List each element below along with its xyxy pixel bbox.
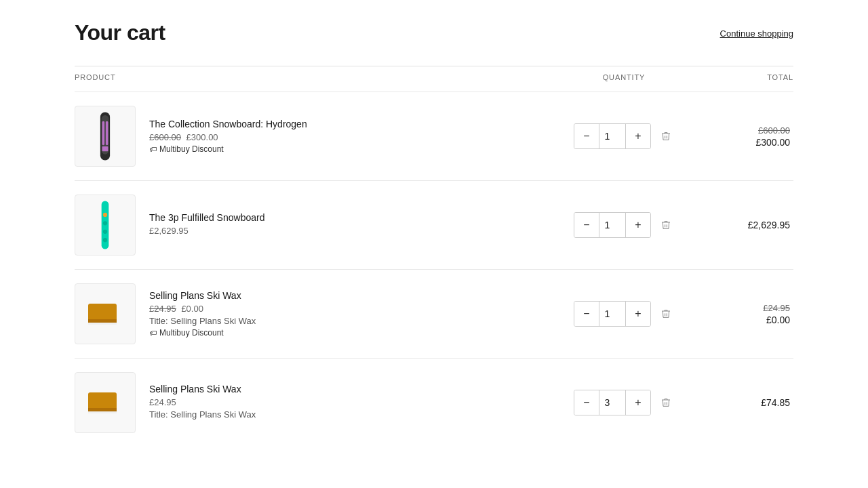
trash-icon-0 [660, 131, 671, 142]
price-total-1: £2,629.95 [748, 220, 790, 230]
product-details-0: The Collection Snowboard: Hydrogen £600.… [149, 119, 307, 154]
product-info-0: The Collection Snowboard: Hydrogen £600.… [75, 106, 556, 167]
svg-point-9 [103, 238, 107, 242]
quantity-input-3[interactable] [599, 390, 626, 415]
price-cell-2: £24.95 £0.00 [692, 303, 793, 325]
svg-rect-3 [106, 121, 108, 146]
delete-item-3[interactable] [658, 394, 674, 411]
page-title: Your cart [75, 20, 165, 45]
price-cell-1: £2,629.95 [692, 220, 793, 230]
quantity-input-1[interactable] [599, 213, 626, 237]
product-variant-3: Title: Selling Plans Ski Wax [149, 409, 256, 420]
quantity-cell-1: − + [556, 212, 692, 238]
price-total-2: £0.00 [766, 314, 790, 325]
product-name-2: Selling Plans Ski Wax [149, 290, 256, 301]
quantity-control-3: − + [574, 390, 651, 415]
col-header-product: PRODUCT [75, 73, 556, 81]
svg-rect-15 [88, 411, 117, 413]
quantity-control-2: − + [574, 301, 651, 327]
product-price-2: £24.95 £0.00 [149, 304, 256, 314]
quantity-control-1: − + [574, 212, 651, 238]
tag-icon-2: 🏷 [149, 329, 157, 337]
product-image-1 [75, 195, 136, 256]
product-name-1: The 3p Fulfilled Snowboard [149, 212, 264, 223]
price-total-3: £74.85 [761, 397, 790, 408]
price-total-original-0: £600.00 [692, 125, 790, 136]
product-details-1: The 3p Fulfilled Snowboard £2,629.95 [149, 212, 264, 238]
price-cell-0: £600.00 £300.00 [692, 125, 793, 148]
col-header-total: TOTAL [692, 73, 793, 81]
svg-point-8 [103, 230, 107, 234]
product-name-3: Selling Plans Ski Wax [149, 384, 256, 394]
quantity-cell-2: − + [556, 301, 692, 327]
quantity-decrease-2[interactable]: − [574, 302, 599, 326]
product-image-3 [75, 372, 136, 433]
product-details-2: Selling Plans Ski Wax £24.95 £0.00 Title… [149, 290, 256, 338]
delete-item-2[interactable] [658, 306, 674, 322]
product-details-3: Selling Plans Ski Wax £24.95 Title: Sell… [149, 384, 256, 422]
product-price-0: £600.00 £300.00 [149, 132, 307, 142]
quantity-decrease-1[interactable]: − [574, 213, 599, 237]
continue-shopping-link[interactable]: Continue shopping [720, 28, 793, 39]
svg-point-6 [103, 213, 107, 217]
tag-icon-0: 🏷 [149, 145, 157, 153]
product-price-1: £2,629.95 [149, 226, 264, 236]
product-info-1: The 3p Fulfilled Snowboard £2,629.95 [75, 195, 556, 256]
product-info-3: Selling Plans Ski Wax £24.95 Title: Sell… [75, 372, 556, 433]
svg-rect-12 [88, 323, 117, 325]
delete-item-1[interactable] [658, 217, 674, 233]
quantity-decrease-3[interactable]: − [574, 390, 599, 415]
cart-item: The Collection Snowboard: Hydrogen £600.… [75, 92, 793, 180]
price-original-0: £600.00 [149, 132, 181, 142]
quantity-input-2[interactable] [599, 302, 626, 326]
discount-badge-2: 🏷 Multibuy Discount [149, 328, 256, 338]
price-total-0: £300.00 [755, 137, 790, 148]
quantity-increase-2[interactable]: + [626, 302, 650, 326]
product-info-2: Selling Plans Ski Wax £24.95 £0.00 Title… [75, 283, 556, 344]
product-variant-2: Title: Selling Plans Ski Wax [149, 316, 256, 326]
quantity-decrease-0[interactable]: − [574, 124, 599, 148]
price-cell-3: £74.85 [692, 397, 793, 408]
cart-table-header: PRODUCT QUANTITY TOTAL [75, 66, 793, 88]
delete-item-0[interactable] [658, 128, 674, 144]
quantity-input-0[interactable] [599, 124, 626, 148]
quantity-increase-0[interactable]: + [626, 124, 650, 148]
price-total-original-2: £24.95 [692, 303, 790, 313]
cart-item: Selling Plans Ski Wax £24.95 £0.00 Title… [75, 269, 793, 358]
page-header: Your cart Continue shopping [75, 20, 793, 45]
discount-label-2: Multibuy Discount [159, 328, 224, 338]
svg-rect-2 [102, 121, 105, 146]
product-image-0 [75, 106, 136, 167]
price-original-2: £24.95 [149, 304, 176, 314]
quantity-cell-0: − + [556, 123, 692, 149]
product-image-2 [75, 283, 136, 344]
quantity-control-0: − + [574, 123, 651, 149]
svg-rect-4 [102, 146, 108, 151]
discount-badge-0: 🏷 Multibuy Discount [149, 144, 307, 154]
page-container: Your cart Continue shopping PRODUCT QUAN… [61, 0, 807, 467]
trash-icon-1 [660, 220, 671, 230]
quantity-cell-3: − + [556, 390, 692, 415]
svg-point-7 [103, 221, 107, 225]
quantity-increase-3[interactable]: + [626, 390, 650, 415]
discount-label-0: Multibuy Discount [159, 144, 224, 154]
cart-item: Selling Plans Ski Wax £24.95 Title: Sell… [75, 358, 793, 447]
product-name-0: The Collection Snowboard: Hydrogen [149, 119, 307, 129]
cart-item: The 3p Fulfilled Snowboard £2,629.95 − + [75, 180, 793, 269]
col-header-quantity: QUANTITY [556, 73, 692, 81]
cart-items-list: The Collection Snowboard: Hydrogen £600.… [75, 92, 793, 447]
quantity-increase-1[interactable]: + [626, 213, 650, 237]
trash-icon-3 [660, 397, 671, 408]
product-price-3: £24.95 [149, 397, 256, 407]
trash-icon-2 [660, 308, 671, 319]
